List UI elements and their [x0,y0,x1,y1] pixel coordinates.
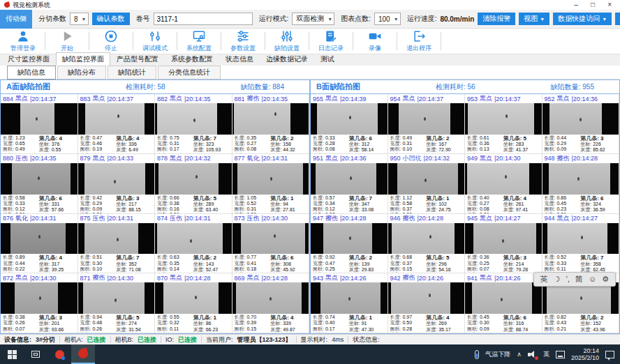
defect-cell[interactable]: 880 压伤 |20:14:35 长度:0.58 宽度:0.33 面积:0.12… [1,154,78,214]
inspection-app-taskbar-button[interactable] [71,344,95,364]
defect-image[interactable] [155,163,232,195]
defect-image[interactable] [1,282,78,314]
help-menu-button[interactable]: 帮助▼ [615,13,620,25]
defect-image[interactable] [465,223,542,255]
start-button[interactable] [0,344,24,364]
defect-image[interactable] [232,163,309,195]
gear-icon[interactable]: ⚙ [602,275,609,283]
emoji-icon[interactable]: ☺ [589,275,596,283]
tab-size-monitor[interactable]: 尺寸监控界面 [1,52,56,66]
exit-program-button[interactable]: 退出程序 [397,29,441,54]
subtab-defect-statistics[interactable]: 缺陷统计 [108,66,156,79]
chart-points-select[interactable]: 100 ▼ [374,13,401,25]
start-button[interactable]: 开始 [45,29,89,54]
ime-english-toggle[interactable]: 英 [540,275,548,283]
thermometer-icon[interactable] [475,350,479,359]
defect-cell[interactable]: 884 黑点 |20:14:37 长度:1.23 宽度:0.65 面积:0.49… [1,94,78,154]
defect-image[interactable] [78,103,155,135]
defect-cell[interactable]: 945 黑点 |20:14:27 长度:0.36 宽度:0.25 面积:0.07… [465,214,542,274]
defect-cell[interactable]: 883 黑点 |20:14:37 长度:0.47 宽度:0.46 面积:0.19… [78,94,156,154]
clear-alarm-button[interactable]: 清除报警 [478,13,515,25]
defect-cell[interactable]: 954 黑点 |20:14:37 长度:0.49 宽度:0.31 面积:0.10… [388,94,466,154]
defect-image[interactable] [78,223,155,255]
defect-cell[interactable]: 955 黑点 |20:14:39 长度:0.33 宽度:0.28 面积:0.08… [311,94,388,154]
admin-login-button[interactable]: 管理登录 [1,29,45,54]
defect-image[interactable] [542,103,619,135]
defect-settings-button[interactable]: 缺陷设置 [265,29,309,54]
close-button[interactable]: × [607,0,612,10]
defect-image[interactable] [542,223,619,255]
defect-image[interactable] [388,103,465,135]
task-view-button[interactable] [24,344,47,364]
tab-edge-data-record[interactable]: 边缘数据记录 [260,52,314,66]
log-record-button[interactable]: 日志记录 [309,29,353,54]
ime-mode-indicator[interactable]: 英 [543,350,549,359]
volume-icon[interactable] [528,351,537,358]
quick-access-menu-button[interactable]: 数据快捷访问▼ [553,13,612,25]
weather-ticker[interactable]: 气温下降 [485,350,510,359]
defect-image[interactable] [388,282,465,314]
view-menu-button[interactable]: 视图▼ [519,13,549,25]
defect-cell[interactable]: 873 压伤 |20:14:30 长度:0.77 宽度:0.41 面积:0.18… [232,214,310,274]
defect-cell[interactable]: 879 黑点 |20:14:33 长度:0.42 宽度:0.29 面积:0.09… [78,154,156,214]
strip-count-select[interactable]: 8 ▼ [70,13,89,25]
defect-cell[interactable]: 875 压伤 |20:14:31 长度:0.51 宽度:0.30 面积:0.10… [78,214,156,274]
defect-cell[interactable]: 948 擦伤 |20:14:28 长度:0.86 宽度:0.45 面积:0.23… [542,154,620,214]
defect-image[interactable] [232,103,309,135]
defect-cell[interactable]: 952 黑点 |20:14:36 长度:0.44 宽度:0.29 面积:0.09… [542,94,620,154]
record-video-button[interactable]: 录像 [353,29,397,54]
tab-product-model-config[interactable]: 产品型号配置 [110,52,165,66]
defect-cell[interactable]: 944 黑点 |20:14:27 长度:0.52 宽度:0.33 面积:0.11… [542,214,620,274]
subtab-defect-info[interactable]: 缺陷信息 [7,66,56,79]
defect-image[interactable] [465,282,542,314]
defect-cell[interactable]: 942 擦伤 |20:14:26 长度:0.97 宽度:0.50 面积:0.28… [388,273,466,333]
roll-input[interactable] [154,13,253,25]
defect-image[interactable] [388,163,465,195]
subtab-defect-distribution[interactable]: 缺陷分布 [57,66,106,79]
defect-cell[interactable]: 953 黑点 |20:14:37 长度:0.61 宽度:0.36 面积:0.13… [465,94,542,154]
defect-cell[interactable]: 877 氧化 |20:14:31 长度:1.05 宽度:0.52 面积:0.31… [232,154,310,214]
hidden-icons-chevron[interactable]: ∧ [517,351,522,358]
confirm-strips-button[interactable]: 确认条数 [92,13,130,25]
moon-icon[interactable]: ☽ [554,275,561,283]
defect-cell[interactable]: 870 黑点 |20:14:28 长度:0.55 宽度:0.32 面积:0.11… [155,273,232,333]
defect-cell[interactable]: 874 压伤 |20:14:31 长度:0.63 宽度:0.35 面积:0.14… [155,214,232,274]
defect-image[interactable] [1,103,78,135]
subtab-class-info-statistics[interactable]: 分类信息统计 [158,66,221,79]
defect-image[interactable] [542,282,619,314]
ime-simplified-toggle[interactable]: 简 [575,275,583,283]
defect-image[interactable] [465,103,542,135]
drive-side-tag[interactable]: 传动侧 [0,10,32,29]
defect-cell[interactable]: 946 擦伤 |20:14:28 长度:0.68 宽度:0.37 面积:0.15… [388,214,466,274]
punctuation-icon[interactable]: ’, [566,275,570,283]
sogou-ime-taskbar-button[interactable] [47,344,71,364]
defect-cell[interactable]: 869 黑点 |20:14:28 长度:0.70 宽度:0.39 面积:0.15… [232,273,310,333]
defect-image[interactable] [311,163,388,195]
defect-cell[interactable]: 949 黑点 |20:14:30 长度:0.40 宽度:0.27 面积:0.08… [465,154,542,214]
defect-image[interactable] [542,163,619,195]
defect-cell[interactable]: 941 黑点 |20:14:26 长度:0.45 宽度:0.30 面积:0.09… [465,273,542,333]
defect-image[interactable] [78,163,155,195]
action-center-icon[interactable] [605,351,614,358]
debug-mode-button[interactable]: 调试模式 [133,29,177,54]
defect-image[interactable] [1,223,78,255]
minimize-button[interactable]: – [575,0,579,10]
defect-cell[interactable]: 878 黑点 |20:14:32 长度:0.66 宽度:0.38 面积:0.16… [155,154,232,214]
defect-image[interactable] [232,223,309,255]
defect-cell[interactable]: 881 擦伤 |20:14:35 长度:0.35 宽度:0.27 面积:0.08… [232,94,310,154]
run-mode-select[interactable]: 双面检测 ▼ [292,13,334,25]
defect-image[interactable] [155,223,232,255]
defect-cell[interactable]: 950 小凹坑 |20:14:32 长度:1.12 宽度:0.58 面积:0.3… [388,154,466,214]
defect-cell[interactable]: 943 黑点 |20:14:26 长度:0.74 宽度:0.40 面积:0.17… [311,273,388,333]
defect-image[interactable] [232,282,309,314]
defect-cell[interactable]: 871 擦伤 |20:14:30 长度:0.94 宽度:0.48 面积:0.26… [78,273,156,333]
defect-image[interactable] [155,103,232,135]
defect-image[interactable] [311,103,388,135]
tab-system-param-config[interactable]: 系统参数配置 [165,52,219,66]
defect-image[interactable] [465,163,542,195]
touch-keyboard-icon[interactable] [556,351,565,358]
stop-button[interactable]: 停止 [89,29,133,54]
defect-cell[interactable]: 876 氧化 |20:14:31 长度:0.89 宽度:0.44 面积:0.22… [1,214,78,274]
defect-image[interactable] [78,282,155,314]
tab-status-info[interactable]: 状态信息 [219,52,260,66]
